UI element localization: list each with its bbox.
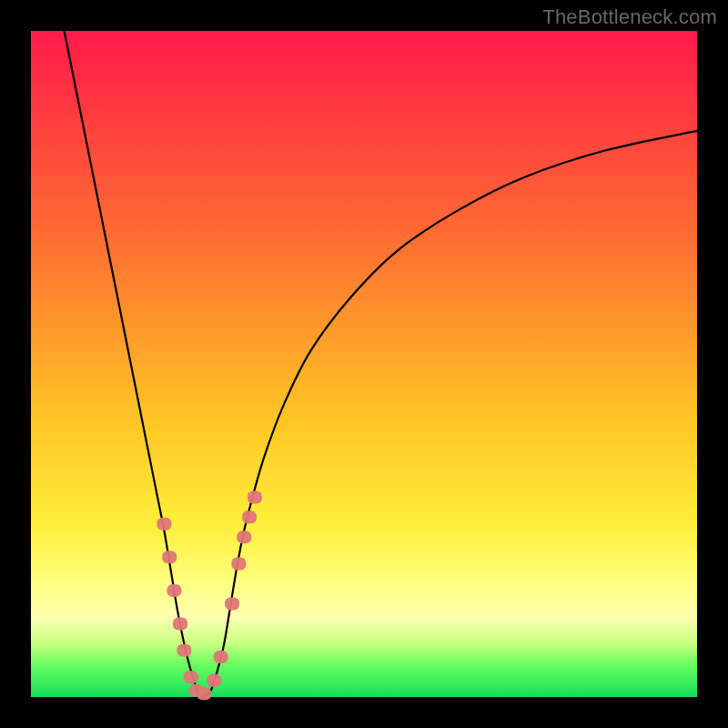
marker-dot [197,687,211,700]
marker-dot [231,558,246,571]
chart-frame: TheBottleneck.com [0,0,728,728]
plot-area [31,31,697,697]
marker-dot [167,584,181,597]
marker-dot [214,651,228,663]
chart-svg [31,31,697,697]
marker-dot [225,598,239,611]
marker-dot [242,511,257,523]
marker-dot [237,531,251,543]
curve-left-branch [65,31,205,697]
marker-group [157,490,262,700]
marker-dot [157,518,171,531]
marker-dot [162,551,177,563]
curve-right-branch [204,131,697,697]
marker-dot [207,674,221,687]
watermark-text: TheBottleneck.com [542,5,717,29]
marker-dot [173,617,187,630]
marker-dot [248,490,262,503]
marker-dot [177,644,191,657]
marker-dot [184,671,198,683]
